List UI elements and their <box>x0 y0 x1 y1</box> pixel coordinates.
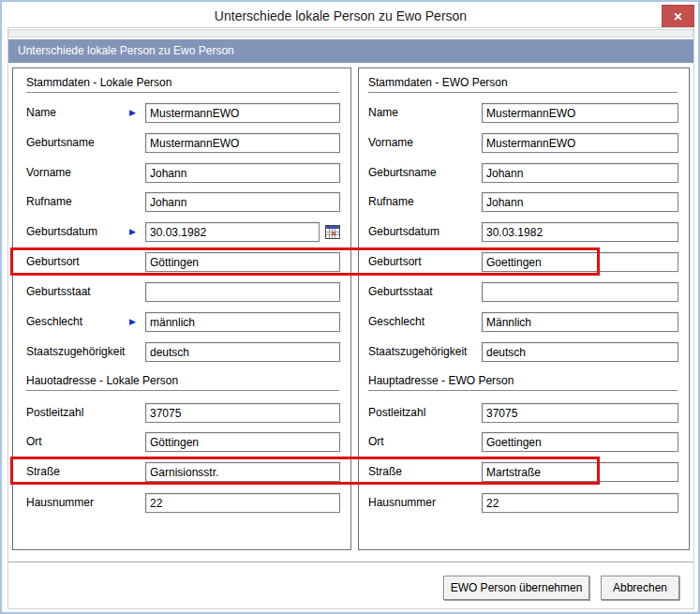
vorname-label-local: Vorname <box>26 163 71 183</box>
staatszugehoerigkeit-input-local[interactable] <box>145 342 340 362</box>
geschlecht-label-local: Geschlecht <box>26 312 82 332</box>
hausnummer-label-ewo: Hausnummer <box>368 493 436 513</box>
geburtsname-input-local[interactable] <box>145 133 340 153</box>
dialog-window: Unterschiede lokale Person zu Ewo Person… <box>0 0 700 614</box>
close-button[interactable]: ✕ <box>662 5 694 28</box>
vorname-input-ewo[interactable] <box>482 133 678 153</box>
rufname-label-ewo: Rufname <box>368 192 414 212</box>
geburtsstaat-input-local[interactable] <box>145 282 340 302</box>
postleitzahl-label-ewo: Postleitzahl <box>368 403 425 423</box>
ort-label-local: Ort <box>26 432 42 452</box>
ort-input-ewo[interactable] <box>482 432 678 452</box>
geburtsdatum-label-ewo: Geburtsdatum <box>368 222 439 242</box>
hausnummer-label-local: Hausnummer <box>26 493 94 513</box>
rufname-input-ewo[interactable] <box>482 192 678 212</box>
geschlecht-input-local[interactable] <box>145 312 340 332</box>
name-input-local[interactable] <box>145 103 340 123</box>
strasse-input-ewo[interactable] <box>482 462 678 482</box>
postleitzahl-input-ewo[interactable] <box>482 403 678 423</box>
postleitzahl-input-local[interactable] <box>145 403 340 423</box>
geburtsort-input-ewo[interactable] <box>482 252 678 272</box>
strasse-input-local[interactable] <box>145 462 340 482</box>
geburtsort-label-ewo: Geburtsort <box>368 252 422 272</box>
hausnummer-input-local[interactable] <box>145 493 340 513</box>
geburtsstaat-input-ewo[interactable] <box>482 282 678 302</box>
vorname-label-ewo: Vorname <box>368 133 413 153</box>
strasse-label-local: Straße <box>26 462 60 482</box>
name-input-ewo[interactable] <box>482 103 678 123</box>
adresse-ewo-heading: Hauptadresse - EWO Person <box>368 374 678 391</box>
name-label-ewo: Name <box>368 103 398 123</box>
geburtsname-input-ewo[interactable] <box>482 163 678 183</box>
hausnummer-input-ewo[interactable] <box>482 493 678 513</box>
rufname-label-local: Rufname <box>26 192 72 212</box>
strasse-label-ewo: Straße <box>368 462 402 482</box>
geburtsdatum-input-local[interactable] <box>145 222 320 242</box>
ewo-person-panel: Stammdaten - EWO Person Name Vorname Geb… <box>358 67 690 550</box>
geburtsname-label-ewo: Geburtsname <box>368 163 437 183</box>
stammdaten-local-heading: Stammdaten - Lokale Person <box>26 76 339 93</box>
section-header: Unterschiede lokale Person zu Ewo Person <box>8 39 693 63</box>
diff-arrow-icon: ▶ <box>129 312 139 332</box>
staatszugehoerigkeit-label-ewo: Staatszugehörigkeit <box>368 342 467 362</box>
footer-divider <box>8 562 693 562</box>
calendar-icon[interactable] <box>325 225 340 239</box>
geschlecht-input-ewo[interactable] <box>482 312 678 332</box>
close-icon: ✕ <box>673 10 682 23</box>
postleitzahl-label-local: Postleitzahl <box>26 403 83 423</box>
geburtsort-input-local[interactable] <box>145 252 340 272</box>
ort-input-local[interactable] <box>145 432 340 452</box>
staatszugehoerigkeit-input-ewo[interactable] <box>482 342 678 362</box>
adresse-local-heading: Hauotadresse - Lokale Person <box>26 374 339 391</box>
geschlecht-label-ewo: Geschlecht <box>368 312 424 332</box>
geburtsort-label-local: Geburtsort <box>26 252 80 272</box>
geburtsdatum-input-ewo[interactable] <box>482 222 678 242</box>
ort-label-ewo: Ort <box>368 432 384 452</box>
rufname-input-local[interactable] <box>145 192 340 212</box>
diff-arrow-icon: ▶ <box>129 222 139 242</box>
geburtsstaat-label-ewo: Geburtsstaat <box>368 282 433 302</box>
geburtsdatum-label-local: Geburtsdatum <box>26 222 97 242</box>
top-strip <box>8 29 693 37</box>
geburtsname-label-local: Geburtsname <box>26 133 95 153</box>
diff-arrow-icon: ▶ <box>129 103 139 123</box>
vorname-input-local[interactable] <box>145 163 340 183</box>
accept-ewo-button[interactable]: EWO Person übernehmen <box>443 576 589 600</box>
staatszugehoerigkeit-label-local: Staatszugehörigkeit <box>26 342 125 362</box>
dialog-title: Unterschiede lokale Person zu Ewo Person <box>39 8 642 23</box>
cancel-button[interactable]: Abbrechen <box>601 576 679 600</box>
stammdaten-ewo-heading: Stammdaten - EWO Person <box>368 76 678 93</box>
geburtsstaat-label-local: Geburtsstaat <box>26 282 91 302</box>
local-person-panel: Stammdaten - Lokale Person Name ▶ Geburt… <box>12 67 351 550</box>
name-label-local: Name <box>26 103 56 123</box>
